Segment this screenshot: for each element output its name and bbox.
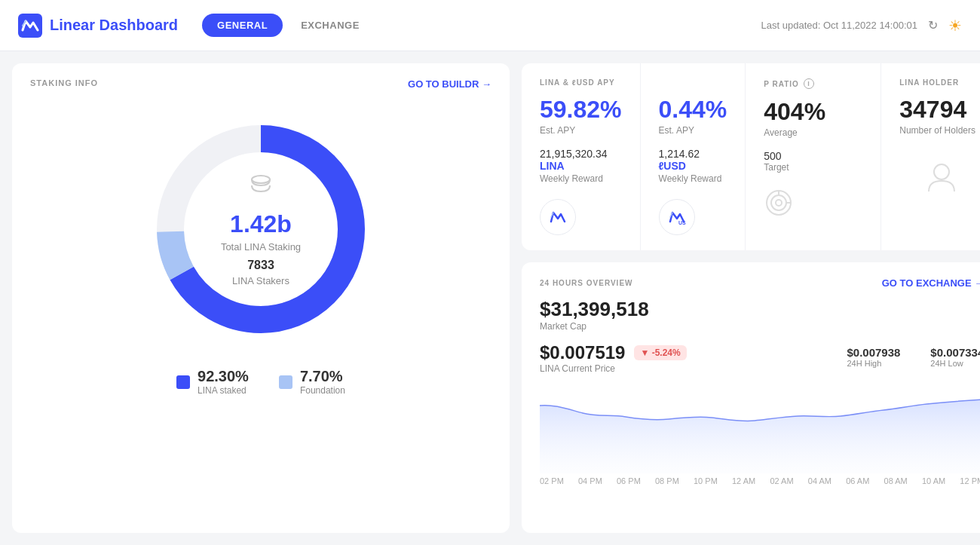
chart-label-6: 02 AM (770, 476, 793, 485)
last-updated-text: Last updated: Oct 11,2022 14:00:01 (761, 20, 917, 31)
logo-text: Linear Dashboard (50, 17, 178, 34)
apy-section-title: LINA & ℓUSD APY (540, 78, 622, 87)
lusd-reward-amount: 1,214.62 ℓUSD (659, 148, 727, 172)
lina-staked-label: LINA staked (198, 385, 249, 396)
stakers-count: 7833 (247, 259, 274, 272)
overview-panel: 24 HOURS OVERVIEW GO TO EXCHANGE → $31,3… (522, 262, 980, 533)
lina-holder-title: LINA HOLDER (899, 78, 980, 87)
lina-holder-value: 34794 (899, 96, 980, 124)
chart-labels: 02 PM 04 PM 06 PM 08 PM 10 PM 12 AM 02 A… (540, 476, 980, 485)
market-cap-label: Market Cap (540, 321, 980, 332)
staking-legend: 92.30% LINA staked 7.70% Foundation (176, 368, 345, 396)
overview-title: 24 HOURS OVERVIEW (540, 279, 633, 287)
p-ratio-title: P RATIO i (764, 78, 862, 89)
staking-section-title: STAKING INFO (30, 78, 98, 87)
24h-low-label: 24H Low (930, 359, 980, 368)
price-side-stats: $0.007938 24H High $0.007334 24H Low (847, 346, 980, 368)
donut-center: 1.42b Total LINA Staking 7833 LINA Stake… (221, 172, 301, 286)
chart-label-5: 12 AM (732, 476, 755, 485)
stakers-label: LINA Stakers (232, 275, 289, 286)
lina-reward-label: Weekly Reward (540, 173, 622, 184)
24h-high-stat: $0.007938 24H High (847, 346, 900, 368)
refresh-icon[interactable]: ↻ (928, 18, 938, 32)
p-ratio-sublabel: Average (764, 127, 862, 138)
lusd-apy-cell: SPACER 0.44% Est. APY 1,214.62 ℓUSD Week… (641, 63, 746, 250)
lusd-token-icon: USD (659, 199, 695, 235)
right-panels: LINA & ℓUSD APY 59.82% Est. APY 21,915,3… (522, 63, 980, 533)
legend-color-foundation (279, 375, 292, 389)
p-ratio-info-icon[interactable]: i (804, 78, 814, 89)
chart-label-4: 10 PM (694, 476, 718, 485)
lusd-reward-label: Weekly Reward (659, 173, 727, 184)
logo-icon (18, 14, 42, 38)
24h-low-value: $0.007334 (930, 346, 980, 359)
tab-general[interactable]: GENERAL (202, 14, 283, 37)
apy-row: LINA & ℓUSD APY 59.82% Est. APY 21,915,3… (522, 63, 980, 250)
current-price-label: LINA Current Price (540, 363, 687, 374)
chart-label-2: 06 PM (617, 476, 641, 485)
price-chart-svg (540, 383, 980, 473)
chart-label-10: 10 AM (922, 476, 945, 485)
holder-person-icon (899, 158, 980, 196)
chart-label-7: 04 AM (808, 476, 831, 485)
chart-label-0: 02 PM (540, 476, 564, 485)
lina-reward-amount: 21,915,320.34 LINA (540, 148, 622, 172)
chart-label-1: 04 PM (578, 476, 602, 485)
p-ratio-target-label: Target (764, 162, 862, 173)
header: Linear Dashboard GENERAL EXCHANGE Last u… (0, 0, 980, 51)
foundation-label: Foundation (300, 385, 345, 396)
lusd-apy-pct: 0.44% (659, 96, 727, 124)
go-to-exchange-link[interactable]: GO TO EXCHANGE → (882, 277, 980, 289)
go-to-buildr-link[interactable]: GO TO BUILDR → (408, 78, 492, 90)
price-change-badge: ▼ -5.24% (634, 345, 686, 360)
chart-label-11: 12 PM (960, 476, 980, 485)
svg-point-8 (776, 200, 782, 206)
lina-apy-cell: LINA & ℓUSD APY 59.82% Est. APY 21,915,3… (522, 63, 641, 250)
current-price-value: $0.007519 (540, 342, 625, 363)
svg-point-7 (771, 195, 786, 210)
24h-high-label: 24H High (847, 359, 900, 368)
header-right: Last updated: Oct 11,2022 14:00:01 ↻ ☀ (761, 17, 962, 35)
staking-panel: STAKING INFO GO TO BUILDR → (12, 63, 510, 533)
lusd-apy-icon-row: USD (659, 199, 727, 235)
p-ratio-cell: P RATIO i 404% Average 500 Target (746, 63, 881, 250)
svg-point-11 (934, 164, 949, 179)
theme-toggle-icon[interactable]: ☀ (948, 17, 962, 35)
p-ratio-target-value: 500 (764, 150, 862, 162)
overview-header: 24 HOURS OVERVIEW GO TO EXCHANGE → (540, 277, 980, 289)
lina-holder-sublabel: Number of Holders (899, 125, 980, 136)
legend-item-lina: 92.30% LINA staked (176, 368, 249, 396)
lina-apy-icon-row (540, 199, 622, 235)
donut-chart: 1.42b Total LINA Staking 7833 LINA Stake… (140, 109, 381, 350)
24h-low-stat: $0.007334 24H Low (930, 346, 980, 368)
total-staking-value: 1.42b (230, 210, 292, 238)
chart-label-3: 08 PM (655, 476, 679, 485)
lina-apy-sublabel: Est. APY (540, 125, 622, 136)
svg-text:USD: USD (678, 220, 686, 225)
nav-tabs: GENERAL EXCHANGE (202, 14, 375, 37)
price-row: $0.007519 ▼ -5.24% (540, 342, 687, 363)
legend-color-lina (176, 375, 190, 389)
chart-label-8: 06 AM (846, 476, 869, 485)
price-chart (540, 383, 980, 473)
24h-high-value: $0.007938 (847, 346, 900, 359)
main-content: STAKING INFO GO TO BUILDR → (0, 51, 980, 545)
lina-holder-cell: LINA HOLDER 34794 Number of Holders (881, 63, 980, 250)
market-cap-value: $31,399,518 (540, 298, 980, 321)
lina-apy-pct: 59.82% (540, 96, 622, 124)
logo-area: Linear Dashboard (18, 14, 178, 38)
chart-label-9: 08 AM (884, 476, 908, 485)
foundation-pct: 7.70% (300, 368, 345, 385)
lina-token-icon (540, 199, 576, 235)
database-icon (247, 172, 274, 204)
legend-item-foundation: 7.70% Foundation (279, 368, 345, 396)
p-ratio-value: 404% (764, 98, 862, 126)
total-staking-label: Total LINA Staking (221, 241, 301, 253)
svg-point-4 (252, 176, 270, 183)
tab-exchange[interactable]: EXCHANGE (286, 14, 375, 37)
target-icon (764, 188, 794, 218)
lusd-apy-sublabel: Est. APY (659, 125, 727, 136)
lina-staked-pct: 92.30% (198, 368, 249, 385)
